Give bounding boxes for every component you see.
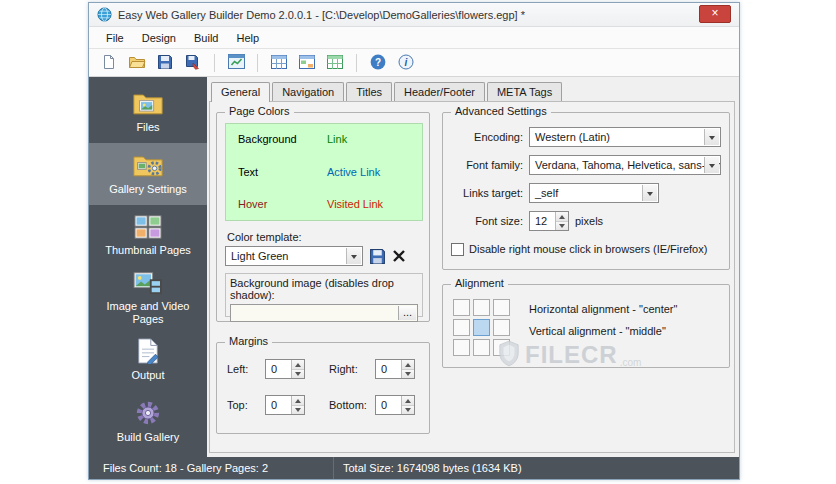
save-disk-icon <box>157 54 173 72</box>
close-button[interactable]: × <box>699 5 731 23</box>
align-center-top-cell[interactable] <box>473 299 490 316</box>
menu-help[interactable]: Help <box>227 29 268 47</box>
encoding-label: Encoding: <box>449 131 529 143</box>
sidebar-item-image-video-pages[interactable]: Image and Video Pages <box>89 267 207 329</box>
page-colors-preview: Background Link Text Active Link Hover V… <box>225 123 423 221</box>
align-left-middle-cell[interactable] <box>453 319 470 336</box>
spinner-arrows[interactable] <box>291 360 304 378</box>
font-size-unit-label: pixels <box>575 215 603 227</box>
new-project-button[interactable] <box>97 51 121 75</box>
background-image-label: Background image (disables drop shadow): <box>230 277 418 301</box>
gallery-settings-icon <box>132 153 164 180</box>
spin-up-icon[interactable] <box>402 360 414 370</box>
page-colors-group-label: Page Colors <box>225 105 294 117</box>
spin-down-icon[interactable] <box>292 370 304 379</box>
advanced-settings-group-label: Advanced Settings <box>451 105 551 117</box>
color-template-value: Light Green <box>231 250 288 262</box>
output-page-icon <box>135 338 161 366</box>
align-left-top-cell[interactable] <box>453 299 470 316</box>
spin-down-icon[interactable] <box>402 370 414 379</box>
page-colors-group: Page Colors Background Link Text Active … <box>216 112 430 322</box>
hover-color-label[interactable]: Hover <box>238 199 327 210</box>
horizontal-alignment-text: Horizontal alignment - "center" <box>529 303 677 315</box>
spin-up-icon[interactable] <box>402 396 414 406</box>
statusbar: Files Count: 18 - Gallery Pages: 2 Total… <box>89 457 739 479</box>
status-total-size: Total Size: 1674098 bytes (1634 KB) <box>334 462 522 474</box>
background-image-box: Background image (disables drop shadow):… <box>225 273 423 317</box>
toolbar-separator <box>257 54 258 72</box>
delete-template-icon[interactable] <box>392 249 406 263</box>
background-color-label[interactable]: Background <box>238 134 327 145</box>
gallery-table-button[interactable] <box>323 51 347 75</box>
spin-down-icon[interactable] <box>292 406 304 415</box>
toolbar: ? i <box>89 49 739 77</box>
alignment-group-label: Alignment <box>451 277 508 289</box>
sidebar-item-gallery-settings[interactable]: Gallery Settings <box>89 143 207 205</box>
sidebar-item-thumbnail-pages[interactable]: Thumbnail Pages <box>89 205 207 267</box>
margin-right-spinner[interactable]: 0 <box>375 359 415 379</box>
tab-meta-tags[interactable]: META Tags <box>487 82 562 101</box>
new-document-icon <box>101 54 117 72</box>
save-project-button[interactable] <box>153 51 177 75</box>
spinner-arrows[interactable] <box>555 212 568 230</box>
link-color-label[interactable]: Link <box>327 134 416 145</box>
color-template-select[interactable]: Light Green <box>225 246 363 266</box>
font-size-spinner[interactable]: 12 <box>529 211 569 231</box>
build-window-icon <box>228 54 245 71</box>
color-template-label: Color template: <box>227 231 302 243</box>
margin-left-spinner[interactable]: 0 <box>265 359 305 379</box>
disable-right-click-checkbox[interactable] <box>451 243 464 256</box>
save-as-icon <box>185 54 201 72</box>
visited-link-color-label[interactable]: Visited Link <box>327 199 416 210</box>
spin-up-icon[interactable] <box>292 396 304 406</box>
background-image-input[interactable]: ... <box>230 304 418 322</box>
spin-up-icon[interactable] <box>556 212 568 222</box>
chevron-down-icon <box>346 248 361 264</box>
about-button[interactable]: i <box>394 51 418 75</box>
menu-design[interactable]: Design <box>133 29 185 47</box>
tab-titles[interactable]: Titles <box>346 82 392 101</box>
align-center-bottom-cell[interactable] <box>473 339 490 356</box>
tab-navigation[interactable]: Navigation <box>272 82 344 101</box>
spin-down-icon[interactable] <box>556 222 568 231</box>
save-template-button[interactable] <box>369 248 386 265</box>
menu-build[interactable]: Build <box>185 29 227 47</box>
align-right-middle-cell[interactable] <box>493 319 510 336</box>
sidebar-item-output[interactable]: Output <box>89 329 207 391</box>
font-family-select[interactable]: Verdana, Tahoma, Helvetica, sans-seri <box>529 155 721 175</box>
spin-down-icon[interactable] <box>402 406 414 415</box>
thumbnails-icon <box>134 215 162 241</box>
spinner-arrows[interactable] <box>291 396 304 414</box>
align-center-middle-cell[interactable] <box>473 319 490 336</box>
sidebar-item-files[interactable]: Files <box>89 81 207 143</box>
window-title: Easy Web Gallery Builder Demo 2.0.0.1 - … <box>118 9 525 21</box>
encoding-select[interactable]: Western (Latin) <box>529 127 721 147</box>
font-size-label: Font size: <box>449 215 529 227</box>
sidebar-item-build-gallery[interactable]: Build Gallery <box>89 391 207 453</box>
browse-button[interactable]: ... <box>398 306 416 320</box>
open-project-button[interactable] <box>125 51 149 75</box>
align-left-bottom-cell[interactable] <box>453 339 470 356</box>
build-preview-button[interactable] <box>224 51 248 75</box>
sidebar-item-label: Gallery Settings <box>97 183 199 196</box>
spin-up-icon[interactable] <box>292 360 304 370</box>
chevron-down-icon <box>704 157 719 173</box>
pages-table-button[interactable] <box>295 51 319 75</box>
text-color-label[interactable]: Text <box>238 167 327 178</box>
align-right-top-cell[interactable] <box>493 299 510 316</box>
files-table-button[interactable] <box>267 51 291 75</box>
spinner-arrows[interactable] <box>401 396 414 414</box>
links-target-select[interactable]: _self <box>529 183 659 203</box>
export-project-button[interactable] <box>181 51 205 75</box>
menu-file[interactable]: File <box>97 29 133 47</box>
spinner-arrows[interactable] <box>401 360 414 378</box>
tab-general[interactable]: General <box>211 82 270 102</box>
tab-header-footer[interactable]: Header/Footer <box>394 82 485 101</box>
files-folder-icon <box>132 91 164 118</box>
help-button[interactable]: ? <box>366 51 390 75</box>
active-link-color-label[interactable]: Active Link <box>327 167 416 178</box>
margin-bottom-spinner[interactable]: 0 <box>375 395 415 415</box>
sidebar-item-label: Image and Video Pages <box>97 300 199 325</box>
margin-top-spinner[interactable]: 0 <box>265 395 305 415</box>
table-gallery-icon <box>327 55 343 71</box>
